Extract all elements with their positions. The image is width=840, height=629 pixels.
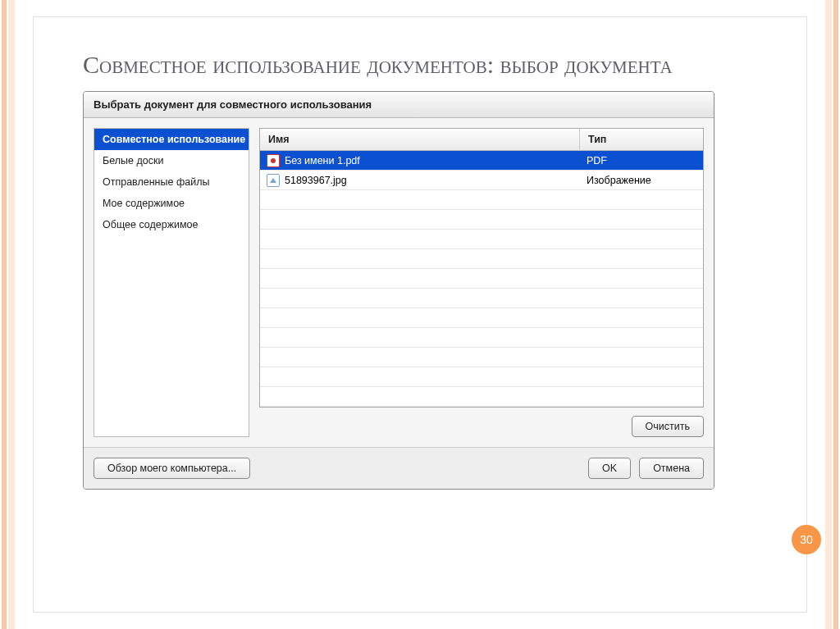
file-pane: Имя Тип Без имени 1.pdfPDF51893967.jpgИз… xyxy=(256,118,714,447)
file-row[interactable]: Без имени 1.pdfPDF xyxy=(260,151,703,171)
sidebar-item-label: Мое содержимое xyxy=(103,198,185,209)
sidebar-item-label: Совместное использование xyxy=(103,134,245,145)
sidebar-item[interactable]: Белые доски xyxy=(94,150,249,171)
file-name-label: 51893967.jpg xyxy=(285,175,347,186)
sidebar-item[interactable]: Мое содержимое xyxy=(94,193,249,214)
browse-computer-button[interactable]: Обзор моего компьютера... xyxy=(94,458,250,479)
file-row-empty xyxy=(260,328,703,348)
slide-frame: Совместное использование документов: выб… xyxy=(33,16,807,613)
category-sidebar: Совместное использованиеБелые доскиОтпра… xyxy=(94,128,249,437)
decor-stripe xyxy=(833,0,838,629)
file-row[interactable]: 51893967.jpgИзображение xyxy=(260,171,703,190)
file-row-empty xyxy=(260,249,703,269)
page-number-badge: 30 xyxy=(792,525,821,554)
file-type-cell: PDF xyxy=(580,155,703,166)
file-name-cell: 51893967.jpg xyxy=(260,174,580,187)
sidebar-item-label: Белые доски xyxy=(103,155,163,166)
cancel-button[interactable]: Отмена xyxy=(639,458,704,479)
decor-stripe xyxy=(2,0,7,629)
column-header-type[interactable]: Тип xyxy=(580,129,703,150)
file-row-empty xyxy=(260,308,703,328)
decor-stripe xyxy=(825,0,832,629)
file-row-empty xyxy=(260,348,703,367)
dialog-footer: Обзор моего компьютера... OK Отмена xyxy=(84,447,714,489)
sidebar-item[interactable]: Отправленные файлы xyxy=(94,171,249,193)
grid-actions: Очистить xyxy=(259,408,704,437)
grid-rows: Без имени 1.pdfPDF51893967.jpgИзображени… xyxy=(260,151,703,407)
clear-button[interactable]: Очистить xyxy=(632,416,704,437)
dialog-title: Выбрать документ для совместного использ… xyxy=(84,92,714,118)
file-row-empty xyxy=(260,289,703,308)
file-row-empty xyxy=(260,230,703,249)
column-header-name[interactable]: Имя xyxy=(260,129,580,150)
grid-header: Имя Тип xyxy=(260,129,703,151)
select-document-dialog: Выбрать документ для совместного использ… xyxy=(83,91,714,490)
file-name-label: Без имени 1.pdf xyxy=(285,155,360,166)
file-row-empty xyxy=(260,269,703,289)
sidebar-item-label: Отправленные файлы xyxy=(103,176,209,188)
file-row-empty xyxy=(260,210,703,230)
sidebar-item[interactable]: Совместное использование xyxy=(94,129,249,150)
dialog-body: Совместное использованиеБелые доскиОтпра… xyxy=(84,118,714,447)
decor-stripe xyxy=(8,0,15,629)
sidebar-item-label: Общее содержимое xyxy=(103,219,199,230)
sidebar-item[interactable]: Общее содержимое xyxy=(94,214,249,235)
pdf-file-icon xyxy=(267,154,280,167)
image-file-icon xyxy=(267,174,280,187)
file-name-cell: Без имени 1.pdf xyxy=(260,154,580,167)
file-row-empty xyxy=(260,367,703,387)
slide-title: Совместное использование документов: выб… xyxy=(83,50,757,80)
file-type-cell: Изображение xyxy=(580,175,703,186)
file-row-empty xyxy=(260,190,703,210)
file-grid: Имя Тип Без имени 1.pdfPDF51893967.jpgИз… xyxy=(259,128,704,408)
ok-button[interactable]: OK xyxy=(588,458,631,479)
file-row-empty xyxy=(260,387,703,407)
